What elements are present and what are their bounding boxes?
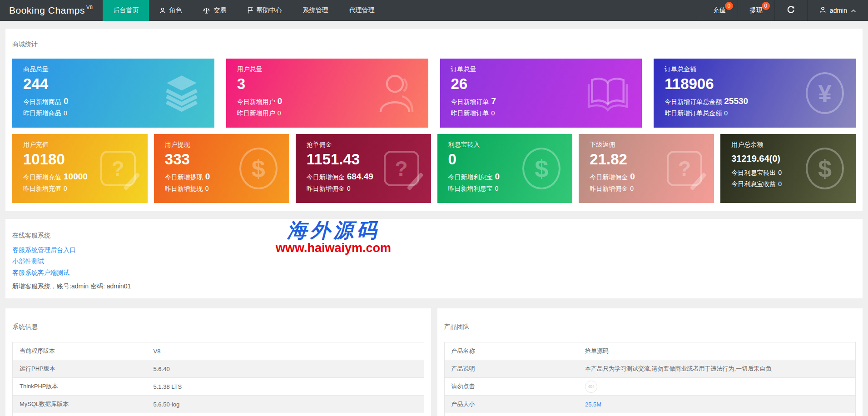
refresh-icon [787, 5, 795, 15]
section-title: 产品团队 [444, 308, 856, 342]
user-outline-icon [377, 71, 417, 115]
recharge-badge: 0 [725, 2, 733, 10]
product-size-link[interactable]: 25.5M [585, 401, 601, 408]
menu-item-agent-admin[interactable]: 代理管理 [338, 0, 385, 21]
navbar-right: 充值 0 提现 0 admin [701, 0, 868, 21]
question-edit-icon: ? [384, 151, 419, 186]
stat-card-orders-total: 订单总量 26 今日新增订单7 昨日新增订单0 [440, 59, 642, 128]
stat-card-interest-in: 利息宝转入 0 今日新增利息宝0 昨日新增利息宝0 $ [437, 134, 573, 203]
table-row: MySQL数据库版本 5.6.50-log [13, 396, 424, 413]
question-edit-icon: ? [667, 151, 702, 186]
table-row: 当前程序版本 V8 [13, 342, 424, 360]
stat-card-users-total: 用户总量 3 今日新增用户0 昨日新增用户0 [226, 59, 428, 128]
badge-404[interactable]: 404 [585, 381, 597, 393]
stat-card-order-commission: 抢单佣金 1151.43 今日新增佣金684.49 昨日新增佣金0 ? [296, 134, 431, 203]
scales-icon [203, 7, 210, 14]
system-info-table: 当前程序版本 V8 运行PHP版本 5.6.40 ThinkPHP版本 5.1.… [12, 342, 424, 416]
bottom-panels: 系统信息 当前程序版本 V8 运行PHP版本 5.6.40 ThinkPHP版本… [5, 308, 863, 416]
dollar-coin-icon: $ [806, 148, 844, 189]
withdraw-button[interactable]: 提现 0 [738, 0, 774, 21]
section-title: 在线客服系统 [12, 219, 856, 244]
flag-icon [247, 7, 253, 14]
question-edit-icon: ? [100, 151, 136, 186]
layers-icon [161, 71, 203, 115]
user-menu[interactable]: admin [807, 0, 868, 21]
section-title: 商城统计 [12, 29, 856, 59]
stats-row-1: 商品总量 244 今日新增商品0 昨日新增商品0 用户总量 3 今日新增用户0 … [12, 59, 856, 128]
dollar-coin-icon: $ [522, 148, 560, 189]
table-row: 运行PHP版本 5.6.40 [13, 360, 424, 378]
product-team-table: 产品名称 抢单源码 产品说明 本产品只为学习测试交流,请勿要做商业或者用于违法行… [444, 342, 856, 416]
withdraw-badge: 0 [762, 2, 770, 10]
stat-card-user-balance-total: 用户总余额 31219.64(0) 今日利息宝转出0 今日利息宝收益0 $ [720, 134, 856, 203]
menu-item-dashboard[interactable]: 后台首页 [103, 0, 149, 21]
product-team-panel: 产品团队 产品名称 抢单源码 产品说明 本产品只为学习测试交流,请勿要做商业或者… [437, 308, 863, 416]
menu-item-roles[interactable]: 角色 [149, 0, 192, 21]
book-icon [585, 72, 630, 114]
user-icon [819, 6, 826, 15]
username: admin [830, 7, 847, 14]
menu-item-system-admin[interactable]: 系统管理 [292, 0, 338, 21]
chevron-up-icon [851, 7, 856, 14]
table-row: 产品名称 抢单源码 [444, 342, 856, 360]
recharge-button[interactable]: 充值 0 [701, 0, 738, 21]
refresh-button[interactable] [774, 0, 807, 21]
table-row: ThinkPHP版本 5.1.38 LTS [13, 378, 424, 396]
yen-coin-icon: ¥ [806, 72, 844, 114]
mall-statistics-section: 商城统计 商品总量 244 今日新增商品0 昨日新增商品0 用户总量 3 今日新… [5, 29, 863, 211]
table-row: 服务器操作系统 Linux [13, 413, 424, 416]
section-title: 系统信息 [12, 308, 424, 342]
menu-item-trade[interactable]: 交易 [192, 0, 237, 21]
table-row: 请勿点击 404 [444, 378, 856, 396]
person-icon [159, 7, 166, 14]
widget-test-link[interactable]: 小部件测试 [12, 256, 44, 267]
system-info-panel: 系统信息 当前程序版本 V8 运行PHP版本 5.6.40 ThinkPHP版本… [5, 308, 431, 416]
stat-card-goods-total: 商品总量 244 今日新增商品0 昨日新增商品0 [12, 59, 214, 128]
service-credentials-note: 新增客服系统，账号:admin 密码: admin01 [12, 282, 856, 291]
table-row: 产品大小 25.5M [444, 396, 856, 413]
menu-item-help-center[interactable]: 帮助中心 [237, 0, 292, 21]
dollar-coin-icon: $ [239, 148, 278, 189]
stat-card-sub-rebate: 下级返佣 21.82 今日新增佣金0 昨日新增佣金0 ? [579, 134, 714, 203]
top-navbar: Booking Champs V8 后台首页 角色 交易 帮助中心 系统管理 [0, 0, 868, 21]
app-logo-text: Booking Champs [9, 5, 85, 16]
online-service-section: 在线客服系统 客服系统管理后台入口 小部件测试 客服系统客户端测试 新增客服系统… [5, 219, 863, 298]
stat-card-order-amount-total: 订单总金额 118906 今日新增订单总金额25530 昨日新增订单总金额0 ¥ [654, 59, 856, 128]
service-client-test-link[interactable]: 客服系统客户端测试 [12, 267, 69, 278]
table-row: 数据库 mysql [444, 413, 856, 416]
stat-card-user-withdraw: 用户提现 333 今日新增提现0 昨日新增提现0 $ [154, 134, 289, 203]
table-row: 产品说明 本产品只为学习测试交流,请勿要做商业或者用于违法行为,一切后果自负 [444, 360, 856, 378]
app-logo: Booking Champs V8 [0, 0, 103, 21]
main-menu: 后台首页 角色 交易 帮助中心 系统管理 代理管理 [103, 0, 385, 21]
stats-row-2: 用户充值 10180 今日新增充值10000 昨日新增充值0 ? 用户提现 33… [12, 134, 856, 203]
stat-card-user-recharge: 用户充值 10180 今日新增充值10000 昨日新增充值0 ? [12, 134, 148, 203]
service-admin-entry-link[interactable]: 客服系统管理后台入口 [12, 244, 76, 256]
app-logo-version: V8 [86, 5, 93, 10]
